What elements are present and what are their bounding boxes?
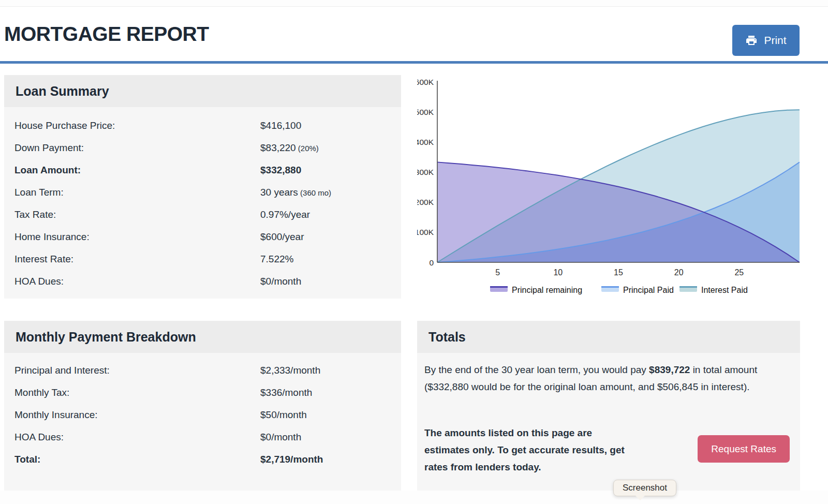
row-value: $2,719/month [260,454,323,465]
legend-item-interest-paid[interactable]: Interest Paid [679,286,748,294]
row-label: Loan Term: [14,187,64,198]
screenshot-tooltip: Screenshot [613,480,676,496]
summary-row: Down Payment:$83,220 (20%) [14,137,391,159]
summary-row: Home Insurance:$600/year [14,226,391,248]
summary-row: Loan Amount:$332,880 [14,159,391,181]
row-label: Monthly Tax: [14,387,69,398]
row-value: $2,333/month [260,365,320,376]
row-value: $0/month [260,276,301,287]
summary-row: Interest Rate:7.522% [14,248,391,270]
y-tick-label: 0 [429,258,434,267]
loan-summary-panel: Loan Summary House Purchase Price:$416,1… [4,75,401,299]
print-button-label: Print [764,34,786,47]
totals-panel: Totals By the end of the 30 year loan te… [417,321,800,491]
y-tick-label: 400K [417,138,434,146]
row-value: $416,100 [260,120,301,131]
summary-row: House Purchase Price:$416,100 [14,114,391,137]
row-value: $50/month [260,409,307,421]
screenshot-tooltip-label: Screenshot [623,483,667,493]
row-value: 30 years (360 mo) [260,187,331,198]
loan-summary-rows: House Purchase Price:$416,100Down Paymen… [4,107,401,299]
totals-summary-amount: $839,722 [649,364,690,375]
row-label: HOA Dues: [14,276,64,287]
row-note: (20%) [296,144,319,153]
page-title: MORTGAGE REPORT [4,23,209,46]
summary-row: Loan Term:30 years (360 mo) [14,181,391,203]
row-label: Principal and Interest: [14,365,110,376]
summary-row: Principal and Interest:$2,333/month [14,359,391,381]
y-tick-label: 600K [417,78,434,86]
row-value: $332,880 [260,165,301,176]
row-label: Tax Rate: [14,209,56,220]
summary-row: Monthly Insurance:$50/month [14,404,391,426]
amortization-chart-svg: 0100K200K300K400K500K600K510152025Princi… [417,78,800,300]
summary-row: HOA Dues:$0/month [14,270,391,292]
row-value: $600/year [260,231,304,243]
totals-title: Totals [417,321,800,353]
row-label: Home Insurance: [14,231,90,243]
y-tick-label: 500K [417,108,434,116]
legend-label: Principal remaining [512,286,582,294]
row-note: (360 mo) [298,188,331,197]
row-label: Interest Rate: [14,254,73,265]
y-tick-label: 100K [417,228,434,236]
totals-summary-paragraph: By the end of the 30 year loan term, you… [424,353,771,395]
legend-item-principal-remaining[interactable]: Principal remaining [490,286,582,294]
row-label: House Purchase Price: [14,120,115,131]
summary-row: Tax Rate:0.97%/year [14,203,391,226]
top-window-edge [0,0,828,7]
x-tick-label: 5 [495,268,500,277]
print-button[interactable]: Print [732,25,800,56]
legend-item-principal-paid[interactable]: Principal Paid [601,286,674,294]
printer-icon [745,34,758,47]
row-label: Total: [14,454,40,465]
row-label: Down Payment: [14,142,84,154]
monthly-breakdown-rows: Principal and Interest:$2,333/monthMonth… [4,353,401,491]
row-value: 0.97%/year [260,209,310,220]
legend-label: Interest Paid [701,286,748,294]
monthly-breakdown-panel: Monthly Payment Breakdown Principal and … [4,321,401,491]
row-label: HOA Dues: [14,432,64,443]
row-value: 7.522% [260,254,293,265]
amortization-chart: 0100K200K300K400K500K600K510152025Princi… [417,78,800,300]
x-tick-label: 10 [553,268,563,277]
summary-row: Monthly Tax:$336/month [14,381,391,404]
totals-summary-before: By the end of the 30 year loan term, you… [424,364,649,375]
y-tick-label: 300K [417,168,434,176]
row-value: $336/month [260,387,312,398]
totals-disclaimer: The amounts listed on this page are esti… [424,424,637,476]
row-label: Monthly Insurance: [14,409,98,421]
page-bottom-background [0,491,828,504]
totals-body: By the end of the 30 year loan term, you… [417,353,800,491]
loan-summary-title: Loan Summary [4,75,401,107]
monthly-breakdown-title: Monthly Payment Breakdown [4,321,401,353]
x-tick-label: 25 [734,268,744,277]
x-tick-label: 15 [614,268,623,277]
row-value: $83,220 (20%) [260,142,319,154]
row-value: $0/month [260,432,301,443]
header-divider [0,61,828,64]
summary-row: Total:$2,719/month [14,448,391,470]
x-tick-label: 20 [674,268,684,277]
legend-label: Principal Paid [623,286,674,294]
row-label: Loan Amount: [14,165,81,176]
y-tick-label: 200K [417,198,434,206]
request-rates-button[interactable]: Request Rates [698,435,790,463]
summary-row: HOA Dues:$0/month [14,426,391,448]
